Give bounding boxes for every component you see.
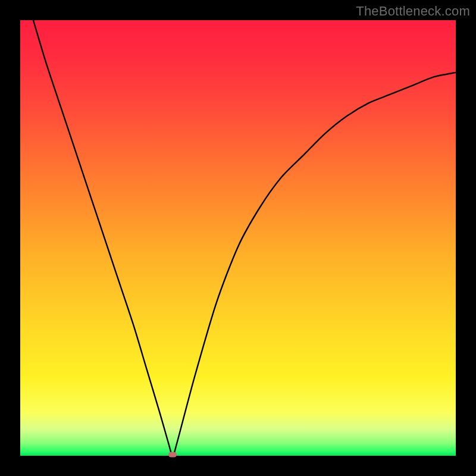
chart-frame: TheBottleneck.com [0, 0, 476, 476]
attribution-text: TheBottleneck.com [356, 4, 470, 19]
plot-area [20, 20, 456, 456]
curve-layer [20, 20, 456, 456]
min-marker [168, 452, 177, 458]
bottleneck-curve [33, 20, 456, 456]
